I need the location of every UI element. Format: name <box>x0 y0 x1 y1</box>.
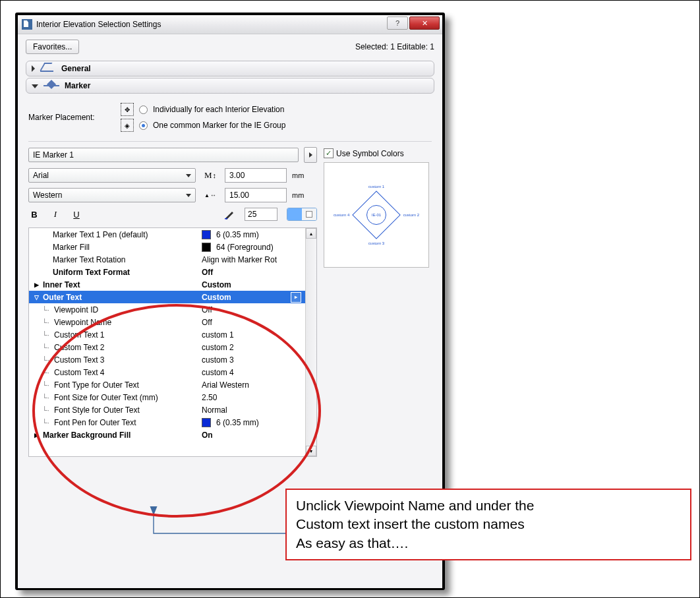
marker-controls-left: IE Marker 1 Arial 3.00 mm <box>28 147 317 457</box>
chevron-right-icon <box>32 65 35 72</box>
opacity-toggle[interactable] <box>287 208 317 221</box>
tree-marker-fill[interactable]: Marker Fill 64 (Foreground) <box>29 241 305 253</box>
radio-individually[interactable] <box>139 105 148 114</box>
unit-mm-2: mm <box>292 191 312 199</box>
tree-viewpoint-id[interactable]: └·Viewpoint ID Off <box>29 303 305 316</box>
pen-picker-icon[interactable] <box>223 208 235 220</box>
preview-center: IE-01 <box>366 205 386 225</box>
font-family-value: Arial <box>33 171 49 180</box>
marker-type-select[interactable]: IE Marker 1 <box>28 148 299 162</box>
use-symbol-colors-checkbox[interactable] <box>324 148 334 158</box>
font-family-select[interactable]: Arial <box>28 168 196 183</box>
general-icon <box>40 64 57 73</box>
callout-line-2: Custom text insert the custom names <box>296 515 681 533</box>
tree-font-size-outer[interactable]: └·Font Size for Outer Text (mm) 2.50 <box>29 391 305 404</box>
color-swatch-icon <box>202 243 211 252</box>
marker-type-menu-button[interactable] <box>304 147 317 163</box>
placement-individually-icon: ✥ <box>121 103 134 116</box>
color-swatch-icon <box>202 230 211 239</box>
radio-common[interactable] <box>139 121 148 130</box>
window-title: Interior Elevation Selection Settings <box>36 20 161 29</box>
tree-marker-background-fill[interactable]: ▶Marker Background Fill On <box>29 429 305 441</box>
marker-type-value: IE Marker 1 <box>33 150 74 160</box>
marker-placement-row: Marker Placement: ✥ Individually for eac… <box>28 100 432 135</box>
section-general[interactable]: General <box>26 61 434 76</box>
preview-right: custom 2 <box>403 213 419 217</box>
marker-placement-label: Marker Placement: <box>28 113 114 122</box>
preview-top: custom 1 <box>368 185 384 189</box>
use-symbol-colors-label: Use Symbol Colors <box>336 149 404 158</box>
callout-line-3: As easy as that…. <box>296 534 681 553</box>
marker-icon <box>44 81 61 90</box>
marker-size-icon <box>201 189 219 201</box>
callout-line-1: Unclick Viewpoint Name and under the <box>296 496 681 515</box>
svg-rect-0 <box>225 218 227 220</box>
font-script-select[interactable]: Western <box>28 188 196 202</box>
marker-panel: Marker Placement: ✥ Individually for eac… <box>28 100 432 457</box>
unit-mm: mm <box>292 171 312 179</box>
selection-status: Selected: 1 Editable: 1 <box>355 42 434 51</box>
section-marker-label: Marker <box>65 81 90 90</box>
bold-button[interactable]: B <box>28 210 40 220</box>
tree-font-pen-outer[interactable]: └·Font Pen for Outer Text 6 (0.35 mm) <box>29 416 305 429</box>
pen-number-input[interactable]: 25 <box>245 208 277 221</box>
annotation-callout: Unclick Viewpoint Name and under the Cus… <box>285 489 691 560</box>
favorites-button[interactable]: Favorites... <box>26 40 79 54</box>
tree-marker-text-rotation[interactable]: Marker Text Rotation Align with Marker R… <box>29 253 305 266</box>
marker-preview: IE-01 custom 1 custom 3 custom 2 custom … <box>324 162 429 268</box>
tree-custom-text-1[interactable]: └·Custom Text 1 custom 1 <box>29 328 305 341</box>
preview-bottom: custom 3 <box>368 241 384 245</box>
placement-common-icon: ◈ <box>121 119 134 132</box>
radio-common-label: One common Marker for the IE Group <box>153 121 285 130</box>
marker-parameters-tree: Marker Text 1 Pen (default) 6 (0.35 mm) … <box>28 227 317 457</box>
window-buttons: ? ✕ <box>387 16 440 30</box>
font-script-value: Western <box>33 191 62 200</box>
tree-marker-text1-pen[interactable]: Marker Text 1 Pen (default) 6 (0.35 mm) <box>29 228 305 241</box>
chevron-down-icon <box>186 174 191 177</box>
dialog-topbar: Favorites... Selected: 1 Editable: 1 <box>26 40 434 54</box>
preview-left: custom 4 <box>334 213 349 217</box>
scrollbar[interactable]: ▴ ▾ <box>305 228 316 456</box>
help-button[interactable]: ? <box>387 16 408 30</box>
italic-button[interactable]: I <box>49 209 61 220</box>
chevron-down-icon <box>32 84 38 88</box>
section-general-label: General <box>61 64 91 73</box>
titlebar: Interior Elevation Selection Settings ? … <box>18 15 442 34</box>
row-menu-button[interactable]: ▸ <box>291 292 301 303</box>
chevron-down-icon <box>186 194 191 197</box>
marker-size-input[interactable]: 15.00 <box>225 188 287 202</box>
radio-individually-label: Individually for each Interior Elevation <box>153 105 284 114</box>
text-height-input[interactable]: 3.00 <box>225 168 287 183</box>
text-height-icon <box>201 169 219 181</box>
app-icon <box>22 19 32 30</box>
tree-custom-text-3[interactable]: └·Custom Text 3 custom 3 <box>29 353 305 366</box>
marker-controls-right: Use Symbol Colors IE-01 custom 1 custom … <box>324 147 429 268</box>
scroll-down-button[interactable]: ▾ <box>306 446 316 456</box>
tree-uniform-text-format[interactable]: Uniform Text Format Off <box>29 266 305 278</box>
page-canvas: Interior Elevation Selection Settings ? … <box>0 0 700 598</box>
color-swatch-icon <box>202 418 211 427</box>
underline-button[interactable]: U <box>71 210 82 220</box>
tree-font-type-outer[interactable]: └·Font Type for Outer Text Arial Western <box>29 378 305 391</box>
tree-outer-text[interactable]: ▽Outer Text Custom▸ <box>29 291 305 303</box>
close-button[interactable]: ✕ <box>409 16 440 30</box>
tree-custom-text-2[interactable]: └·Custom Text 2 custom 2 <box>29 341 305 353</box>
tree-font-style-outer[interactable]: └·Font Style for Outer Text Normal <box>29 404 305 416</box>
separator <box>28 141 432 142</box>
placement-options: ✥ Individually for each Interior Elevati… <box>121 100 285 135</box>
tree-inner-text[interactable]: ▶Inner Text Custom <box>29 278 305 291</box>
tree-custom-text-4[interactable]: └·Custom Text 4 custom 4 <box>29 366 305 378</box>
tree-viewpoint-name[interactable]: └·Viewpoint Name Off <box>29 316 305 328</box>
scroll-up-button[interactable]: ▴ <box>306 228 316 239</box>
section-marker[interactable]: Marker <box>26 78 434 94</box>
